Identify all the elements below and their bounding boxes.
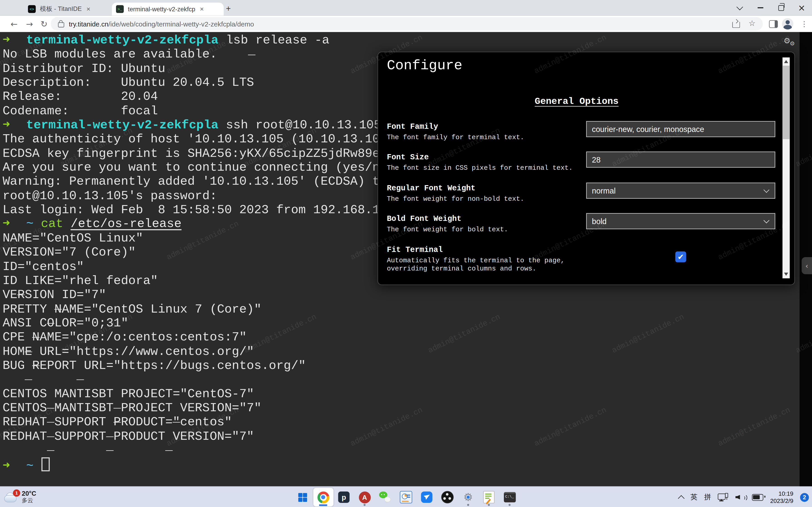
side-panel-icon[interactable]: [769, 20, 778, 28]
scrollbar-thumb[interactable]: [782, 66, 790, 139]
lock-icon[interactable]: [58, 22, 64, 27]
watermark-text: admin@titanide.cn: [717, 406, 792, 448]
taskbar-app-wechat[interactable]: [375, 488, 395, 506]
window-minimize-button[interactable]: [750, 0, 770, 16]
terminal-favicon-icon: >_: [116, 5, 124, 13]
tray-chevron-up-icon[interactable]: [678, 495, 685, 502]
terminal-line: [2, 443, 572, 458]
minimize-icon: [757, 7, 763, 8]
config-field-font-size: Font SizeThe font size in CSS pixels for…: [387, 153, 775, 172]
taskbar-app-notepad[interactable]: [479, 488, 499, 506]
dingtalk-icon: [421, 491, 432, 503]
field-select[interactable]: bold: [586, 213, 775, 229]
ime-english-indicator[interactable]: 英: [690, 493, 697, 502]
back-button[interactable]: ←: [7, 16, 21, 32]
field-input[interactable]: 28: [586, 152, 775, 168]
forward-button[interactable]: →: [22, 16, 37, 32]
terminal-line: ➜ terminal-wetty-v2-zekfcpla lsb_release…: [2, 33, 572, 47]
taskbar-app-chrome[interactable]: [313, 488, 333, 506]
reload-button[interactable]: ↻: [37, 16, 51, 32]
screen: <> 模板 - TitanIDE × >_ terminal-wetty-v2-…: [0, 0, 812, 507]
windows-start-icon: [298, 493, 307, 502]
terminal-line: CPE_NAME="cpe:/o:centos:centos:7": [2, 330, 572, 344]
p-app-icon: p: [338, 491, 350, 503]
terminal-line: VERSION_ID="7": [2, 288, 572, 302]
window-close-button[interactable]: ×: [792, 0, 812, 16]
window-restore-button[interactable]: [770, 0, 791, 16]
chevron-down-icon: [764, 218, 769, 223]
taskbar-app-a-app[interactable]: A: [355, 488, 375, 506]
battery-icon[interactable]: [752, 494, 763, 501]
back-icon: ←: [10, 19, 17, 29]
notification-badge[interactable]: 2: [800, 493, 809, 502]
windows-taskbar: 1 20°C 多云 pA⚙C:\_ 英 拼 10:19 2023/2/9 2: [0, 487, 812, 507]
terminal-settings-button[interactable]: ⚙ ⚙: [783, 36, 799, 49]
terminal-line: REDHAT_SUPPORT_PRODUCT="centos": [2, 415, 572, 429]
close-icon: ×: [798, 3, 805, 12]
tab-terminal-wetty[interactable]: >_ terminal-wetty-v2-zekfcpla - T ×: [112, 2, 224, 15]
scroll-down-arrow-icon[interactable]: [784, 273, 788, 276]
restore-icon: [778, 5, 784, 11]
watermark-text: admin@titanide.cn: [611, 313, 686, 355]
taskbar-app-terminal-app[interactable]: C:\_: [500, 488, 520, 506]
dialog-scrollbar[interactable]: [782, 57, 790, 278]
terminal-line: CENTOS_MANTISBT_PROJECT_VERSION="7": [2, 401, 572, 415]
config-field-font-family: Font FamilyThe font family for terminal …: [387, 123, 775, 142]
fit-terminal-checkbox[interactable]: ✔: [675, 251, 686, 262]
taskbar-app-obs[interactable]: [437, 488, 457, 506]
terminal-app-icon: C:\_: [504, 492, 516, 502]
scroll-up-arrow-icon[interactable]: [784, 60, 788, 63]
display-device-icon[interactable]: [718, 493, 729, 501]
running-app-indicator: [364, 504, 366, 506]
running-app-indicator: [509, 504, 511, 506]
forward-icon: →: [26, 19, 33, 29]
taskbar-clock[interactable]: 10:19 2023/2/9: [770, 490, 793, 505]
terminal-line: [2, 373, 572, 387]
terminal-line: BUG_REPORT_URL="https://bugs.centos.org/…: [2, 358, 572, 373]
address-bar[interactable]: try.titanide.cn/ide/web/coding/terminal-…: [51, 17, 763, 30]
tab-titanide[interactable]: <> 模板 - TitanIDE ×: [24, 2, 119, 15]
reload-icon: ↻: [41, 19, 48, 29]
chevron-down-icon: [764, 187, 769, 193]
tray-date: 2023/2/9: [770, 497, 793, 505]
ime-pinyin-indicator[interactable]: 拼: [704, 493, 711, 502]
url-text[interactable]: try.titanide.cn/ide/web/coding/terminal-…: [69, 20, 254, 27]
config-field-regular-font-weight: Regular Font WeightThe font weight for n…: [387, 184, 775, 204]
wetty-terminal-page: ➜ terminal-wetty-v2-zekfcpla lsb_release…: [0, 32, 812, 487]
chevron-down-icon: [736, 3, 743, 10]
side-panel-handle[interactable]: ‹: [802, 257, 812, 274]
terminal-line: ANSI_COLOR="0;31": [2, 316, 572, 330]
taskbar-app-windows-start[interactable]: [292, 488, 312, 506]
terminal-line: CENTOS_MANTISBT_PROJECT="CentOS-7": [2, 387, 572, 401]
wechat-icon: [379, 491, 392, 503]
field-select[interactable]: normal: [586, 183, 775, 199]
system-tray: 英 拼 10:19 2023/2/9 2: [679, 487, 809, 507]
bookmark-star-icon[interactable]: ☆: [749, 18, 756, 28]
browser-menu-icon[interactable]: ⋮: [800, 18, 808, 30]
configure-dialog: Configure General Options Font FamilyThe…: [377, 52, 795, 285]
notepad-icon: [483, 491, 495, 503]
new-tab-button[interactable]: +: [223, 4, 234, 15]
tab-title: 模板 - TitanIDE: [40, 5, 82, 13]
red-a-app-icon: A: [359, 491, 371, 503]
right-edge-panel: ‹: [800, 32, 812, 487]
taskbar-app-settings-app[interactable]: ⚙: [458, 488, 478, 506]
window-chevron-button[interactable]: [729, 0, 750, 16]
dialog-title: Configure: [387, 58, 462, 73]
settings-gear-icon: ⚙: [462, 491, 474, 503]
profile-avatar[interactable]: [782, 18, 793, 30]
chart-app-icon: [400, 491, 412, 503]
titanide-favicon-icon: <>: [28, 5, 36, 13]
chrome-icon: [317, 491, 329, 503]
field-input[interactable]: courier-new, courier, monospace: [586, 121, 775, 137]
share-icon[interactable]: [732, 22, 740, 28]
tab-close-icon[interactable]: ×: [86, 6, 92, 12]
taskbar-app-chart-app[interactable]: [396, 488, 416, 506]
terminal-line: PRETTY_NAME="CentOS Linux 7 (Core)": [2, 302, 572, 316]
speaker-icon[interactable]: [735, 494, 745, 501]
taskbar-app-dingtalk[interactable]: [417, 488, 437, 506]
terminal-line: HOME_URL="https://www.centos.org/": [2, 344, 572, 358]
taskbar-app-p-app[interactable]: p: [334, 488, 354, 506]
browser-window: <> 模板 - TitanIDE × >_ terminal-wetty-v2-…: [0, 0, 812, 507]
tab-close-icon[interactable]: ×: [199, 6, 205, 12]
